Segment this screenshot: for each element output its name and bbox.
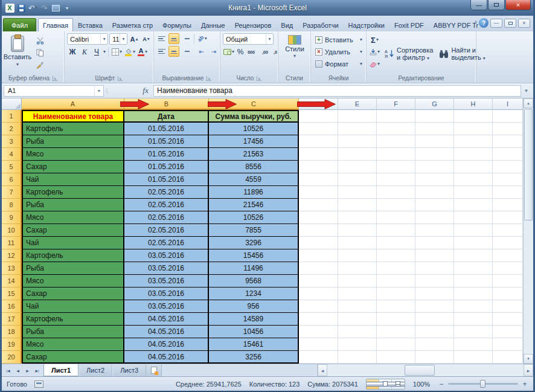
cell-C10[interactable]: 7855: [209, 224, 299, 237]
cell-A5[interactable]: Сахар: [22, 161, 124, 173]
cell-B19[interactable]: 04.05.2016: [124, 338, 209, 351]
cell-D19[interactable]: [299, 338, 338, 351]
cell-C15[interactable]: 1234: [209, 288, 299, 300]
cell-D10[interactable]: [299, 224, 338, 237]
tab-Формулы[interactable]: Формулы: [158, 18, 196, 31]
cell-I9[interactable]: [493, 211, 523, 224]
cell-A9[interactable]: Мясо: [22, 211, 124, 224]
cell-H3[interactable]: [454, 135, 493, 148]
cell-H7[interactable]: [454, 186, 493, 199]
cell-G2[interactable]: [415, 123, 454, 135]
cell-I3[interactable]: [493, 135, 523, 148]
cell-B17[interactable]: 04.05.2016: [124, 313, 209, 326]
cell-A12[interactable]: Картофель: [22, 249, 124, 262]
cell-F5[interactable]: [377, 161, 415, 173]
cell-B6[interactable]: 01.05.2016: [124, 173, 209, 186]
cell-D9[interactable]: [299, 211, 338, 224]
cell-B20[interactable]: 04.05.2016: [124, 351, 209, 364]
row-header-12[interactable]: 12: [2, 249, 22, 262]
cell-E5[interactable]: [338, 161, 377, 173]
cell-D17[interactable]: [299, 313, 338, 326]
row-header-18[interactable]: 18: [2, 326, 22, 338]
cell-A16[interactable]: Чай: [22, 300, 124, 313]
cell-F16[interactable]: [377, 300, 415, 313]
horizontal-scrollbar[interactable]: ◀ ▶: [317, 364, 533, 376]
cell-B2[interactable]: 01.05.2016: [124, 123, 209, 135]
workbook-restore-button[interactable]: [504, 19, 516, 28]
cell-E6[interactable]: [338, 173, 377, 186]
cell-E7[interactable]: [338, 186, 377, 199]
row-header-2[interactable]: 2: [2, 123, 22, 135]
cell-D4[interactable]: [299, 148, 338, 161]
cell-B12[interactable]: 03.05.2016: [124, 249, 209, 262]
sheet-tab-Лист2[interactable]: Лист2: [78, 364, 112, 376]
tab-Foxit PDF[interactable]: Foxit PDF: [389, 18, 429, 31]
cell-I12[interactable]: [493, 249, 523, 262]
macro-record-icon[interactable]: [34, 381, 43, 388]
tab-Главная[interactable]: Главная: [38, 18, 73, 31]
cell-I11[interactable]: [493, 237, 523, 249]
zoom-in-button[interactable]: +: [521, 380, 528, 388]
cell-C16[interactable]: 956: [209, 300, 299, 313]
cell-A6[interactable]: Чай: [22, 173, 124, 186]
expand-formula-bar-icon[interactable]: ▼: [521, 88, 531, 94]
cell-A10[interactable]: Сахар: [22, 224, 124, 237]
cell-G19[interactable]: [415, 338, 454, 351]
cell-I5[interactable]: [493, 161, 523, 173]
cell-I16[interactable]: [493, 300, 523, 313]
cell-G10[interactable]: [415, 224, 454, 237]
cell-H9[interactable]: [454, 211, 493, 224]
prev-sheet-button[interactable]: ◀: [13, 366, 22, 375]
cell-D13[interactable]: [299, 262, 338, 275]
italic-button[interactable]: К: [79, 47, 90, 57]
cell-G14[interactable]: [415, 275, 454, 288]
increase-decimal-button[interactable]: ,00: [260, 47, 270, 57]
cell-B14[interactable]: 03.05.2016: [124, 275, 209, 288]
cell-I7[interactable]: [493, 186, 523, 199]
borders-button[interactable]: ▾: [111, 47, 123, 57]
sort-filter-button[interactable]: АЯ Сортировкаи фильтр ▾: [383, 33, 435, 74]
cell-B3[interactable]: 01.05.2016: [124, 135, 209, 148]
cell-I1[interactable]: [493, 110, 523, 123]
row-header-17[interactable]: 17: [2, 313, 22, 326]
column-header-G[interactable]: G: [415, 98, 454, 110]
cell-D1[interactable]: [299, 110, 338, 123]
sheet-tab-Лист1[interactable]: Лист1: [43, 364, 78, 376]
vertical-scrollbar[interactable]: ▲ ▼: [523, 98, 533, 364]
cell-F8[interactable]: [377, 199, 415, 211]
cell-H19[interactable]: [454, 338, 493, 351]
tab-Разметка стр[interactable]: Разметка стр: [107, 18, 158, 31]
cell-D5[interactable]: [299, 161, 338, 173]
maximize-button[interactable]: [488, 0, 505, 10]
cell-H10[interactable]: [454, 224, 493, 237]
cell-C6[interactable]: 4559: [209, 173, 299, 186]
cell-A17[interactable]: Картофель: [22, 313, 124, 326]
cell-D3[interactable]: [299, 135, 338, 148]
cell-A2[interactable]: Картофель: [22, 123, 124, 135]
row-header-19[interactable]: 19: [2, 338, 22, 351]
format-cells-button[interactable]: Формат▾: [313, 58, 364, 69]
cell-D7[interactable]: [299, 186, 338, 199]
scroll-right-icon[interactable]: ▶: [524, 364, 533, 376]
cell-C13[interactable]: 11496: [209, 262, 299, 275]
cell-E20[interactable]: [338, 351, 377, 364]
dialog-launcher-icon[interactable]: [118, 76, 123, 81]
align-right-button[interactable]: [181, 46, 191, 57]
font-size-combo[interactable]: 11▼: [109, 33, 127, 45]
cell-B1[interactable]: Дата: [124, 110, 209, 123]
cell-G4[interactable]: [415, 148, 454, 161]
tab-Вид[interactable]: Вид: [276, 18, 298, 31]
cell-B7[interactable]: 02.05.2016: [124, 186, 209, 199]
name-box[interactable]: A1 ▼: [4, 85, 104, 97]
row-header-7[interactable]: 7: [2, 186, 22, 199]
decrease-indent-button[interactable]: ⇤: [196, 46, 207, 57]
cell-A13[interactable]: Рыба: [22, 262, 124, 275]
cell-C20[interactable]: 3256: [209, 351, 299, 364]
cell-I10[interactable]: [493, 224, 523, 237]
cell-C3[interactable]: 17456: [209, 135, 299, 148]
redo-button[interactable]: ↷: [39, 2, 49, 13]
cell-C12[interactable]: 15456: [209, 249, 299, 262]
cell-A18[interactable]: Рыба: [22, 326, 124, 338]
align-top-button[interactable]: [156, 33, 167, 44]
excel-logo-icon[interactable]: X: [5, 2, 14, 13]
